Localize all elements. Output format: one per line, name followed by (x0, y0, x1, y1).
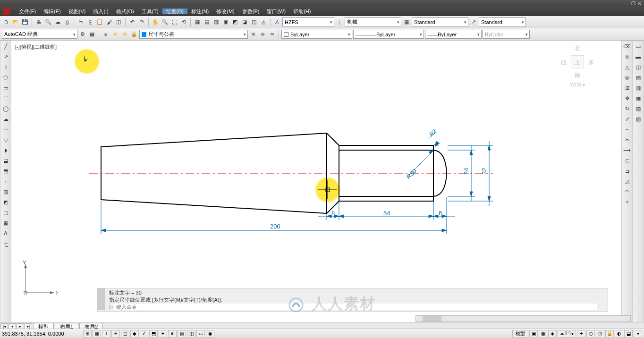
publish-icon[interactable]: ☁ (53, 18, 62, 26)
props-icon[interactable]: ▦ (193, 18, 202, 26)
insert-icon[interactable]: ⬓ (1, 156, 10, 165)
pan-icon[interactable]: ✋ (151, 18, 160, 26)
menu-5[interactable]: 工具(T) (138, 8, 162, 14)
lineweight-combo[interactable]: —— ByLayer (425, 30, 482, 39)
mkblock-icon[interactable]: ⬒ (1, 167, 10, 175)
sb-c4-icon[interactable]: 🔒 (605, 330, 614, 338)
rect-icon[interactable]: ▭ (1, 84, 10, 92)
rotate-icon[interactable]: ↻ (623, 104, 631, 113)
sb-grid-icon[interactable]: ▦ (93, 330, 101, 338)
cut-icon[interactable]: ✂ (76, 18, 85, 26)
calc-icon[interactable]: ▣ (221, 18, 230, 26)
mtext-icon[interactable]: A (1, 229, 10, 237)
stretch-icon[interactable]: ↔ (623, 125, 631, 134)
offset-icon[interactable]: ◎ (623, 73, 631, 82)
ml-icon[interactable]: ↗ (469, 18, 478, 26)
break-icon[interactable]: ⊏ (623, 156, 631, 165)
sb-osnap-icon[interactable]: ◻ (121, 330, 129, 338)
copy2-icon[interactable]: ⎘ (623, 52, 631, 61)
linetype-combo[interactable]: ———— ByLayer (353, 30, 424, 39)
dimstyle-combo[interactable]: 机械 (345, 17, 401, 26)
menu-1[interactable]: 编辑(E) (40, 8, 65, 14)
sb-scale[interactable]: ⏶ 1:1 ▾ (558, 330, 576, 338)
sb-b3-icon[interactable]: ◈ (548, 330, 557, 338)
open-icon[interactable]: 📂 (11, 18, 20, 26)
new-icon[interactable]: 🗋 (2, 18, 10, 26)
ws-grid-icon[interactable]: ▦ (88, 30, 96, 39)
sb-c1-icon[interactable]: ✦ (577, 330, 585, 338)
r2-5-icon[interactable]: ▥ (634, 84, 643, 92)
sb-b2-icon[interactable]: ▦ (539, 330, 547, 338)
mirror-icon[interactable]: △ (623, 63, 631, 71)
tbl-icon[interactable]: ▦ (402, 18, 411, 26)
ws-gear-icon[interactable]: ⚙ (78, 30, 87, 39)
gradient-icon[interactable]: ◩ (1, 198, 10, 206)
move-icon[interactable]: ✥ (623, 94, 631, 102)
cmdline-handle-icon[interactable] (98, 288, 105, 310)
sb-am-icon[interactable]: ◉ (206, 330, 214, 338)
earc-icon[interactable]: ◗ (1, 146, 10, 154)
scale-icon[interactable]: ⤢ (623, 115, 631, 123)
std2-combo[interactable]: Standard (479, 17, 526, 26)
sb-c3-icon[interactable]: ⊡ (596, 330, 604, 338)
block-icon[interactable]: ◫ (114, 18, 123, 26)
layer-combo[interactable]: 尺寸与公差 (139, 30, 248, 39)
r2-2-icon[interactable]: ▬ (634, 52, 643, 61)
sheet-icon[interactable]: ▤ (203, 18, 211, 26)
sb-tpy-icon[interactable]: ▤ (178, 330, 186, 338)
sb-snap-icon[interactable]: ⊞ (83, 330, 92, 338)
ellipse-icon[interactable]: ⬭ (1, 135, 10, 144)
ssm-icon[interactable]: ◪ (240, 18, 249, 26)
textstyle-combo[interactable]: HZFS (282, 17, 334, 26)
undo-icon[interactable]: ↶ (128, 18, 136, 26)
menu-6[interactable]: 绘图(D) (162, 8, 187, 14)
sb-lwt-icon[interactable]: ≡ (168, 330, 177, 338)
sb-c6-icon[interactable]: ⬓ (624, 330, 633, 338)
array-icon[interactable]: ⊞ (623, 84, 631, 92)
hatch-icon[interactable]: ▨ (1, 187, 10, 196)
polygon-icon[interactable]: ⬠ (1, 73, 10, 82)
line-icon[interactable]: ╱ (1, 42, 10, 51)
sb-c2-icon[interactable]: ◴ (586, 330, 595, 338)
menu-4[interactable]: 格式(O) (112, 8, 138, 14)
revcloud-icon[interactable]: ☁ (1, 115, 10, 123)
tool-icon[interactable]: ▥ (212, 18, 220, 26)
command-line[interactable]: 标注文字 = 30 指定尺寸线位置或 [多行文字(M)/文字(T)/角度(A)]… (97, 288, 608, 312)
sb-3dosnap-icon[interactable]: ◆ (130, 330, 139, 338)
workspace-combo[interactable]: AutoCAD 经典 (2, 30, 77, 39)
copy-icon[interactable]: ⎘ (86, 18, 94, 26)
match-icon[interactable]: 🖌 (105, 18, 113, 26)
hscroll[interactable] (415, 315, 631, 322)
sb-dyn-icon[interactable]: + (159, 330, 167, 338)
color-combo[interactable]: ByLayer (281, 30, 352, 39)
paste-icon[interactable]: 📋 (95, 18, 104, 26)
lock-icon[interactable]: 🔒 (130, 30, 138, 39)
pline-icon[interactable]: ⌇ (1, 63, 10, 71)
layer2-icon[interactable]: ≌ (258, 30, 267, 39)
chamfer-icon[interactable]: ◿ (623, 177, 631, 186)
layer1-icon[interactable]: ≋ (249, 30, 257, 39)
drawing-canvas[interactable]: [-][俯视][二维线框] 北 西 上 东 南 WCS ▾ (11, 41, 621, 329)
redo-icon[interactable]: ↷ (137, 18, 146, 26)
r2-3-icon[interactable]: ◫ (634, 63, 643, 71)
sb-sc-icon[interactable]: ▭ (196, 330, 205, 338)
command-input[interactable] (114, 304, 597, 310)
menu-10[interactable]: 窗口(W) (263, 8, 289, 14)
menu-7[interactable]: 标注(N) (187, 8, 212, 14)
plotstyle-combo[interactable]: ByColor (483, 30, 530, 39)
menu-9[interactable]: 参数(P) (238, 8, 263, 14)
join-icon[interactable]: ⊐ (623, 167, 631, 175)
sb-c7-icon[interactable]: ▾ (634, 330, 642, 338)
freeze-icon[interactable]: ❄ (120, 30, 129, 39)
minimize-button[interactable]: — (625, 1, 629, 6)
quickcalc-icon[interactable]: ◬ (259, 18, 268, 26)
r2-7-icon[interactable]: ▧ (634, 104, 643, 113)
menu-0[interactable]: 文件(F) (15, 8, 40, 14)
sun-icon[interactable]: ☀ (111, 30, 119, 39)
region-icon[interactable]: ▢ (1, 208, 10, 217)
preview-icon[interactable]: 🔍 (44, 18, 52, 26)
layer3-icon[interactable]: ≍ (268, 30, 276, 39)
close-button[interactable]: ✕ (637, 1, 641, 6)
save-icon[interactable]: 💾 (21, 18, 29, 26)
zoom-prev-icon[interactable]: ⟲ (179, 18, 188, 26)
